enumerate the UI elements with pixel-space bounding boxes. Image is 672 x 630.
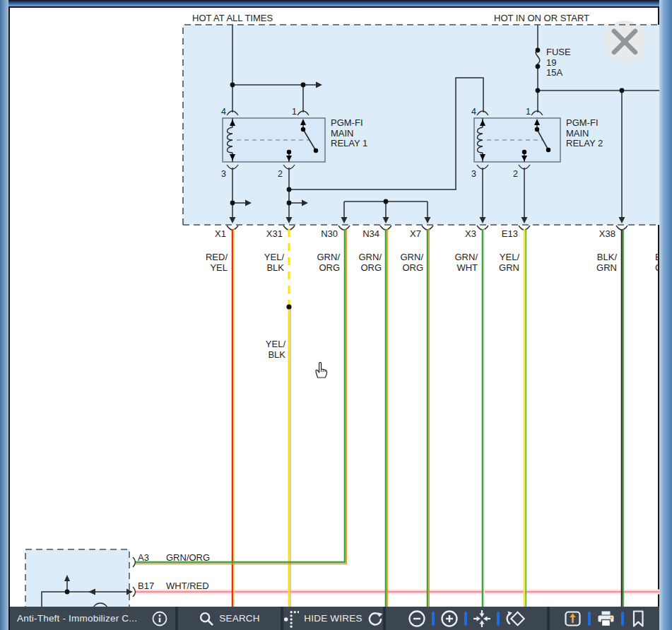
toolbar-blue-divider: [464, 612, 467, 626]
svg-text:X31: X31: [266, 228, 283, 239]
toolbar-blue-divider: [588, 612, 591, 626]
svg-text:G: G: [655, 262, 659, 273]
svg-text:MAIN: MAIN: [566, 128, 589, 139]
wire-n30-a3: [136, 229, 345, 562]
relay1-pin2-label: 2: [278, 169, 283, 179]
window-frame-left: [0, 0, 8, 630]
svg-text:GRN: GRN: [596, 262, 617, 273]
svg-text:BLK/: BLK/: [597, 252, 618, 262]
wiring-diagram: HOT AT ALL TIMES HOT IN ON OR START: [10, 8, 659, 608]
svg-text:GRN/: GRN/: [317, 252, 341, 262]
hot-at-all-times-label: HOT AT ALL TIMES: [192, 13, 273, 23]
svg-text:GRN: GRN: [499, 262, 519, 273]
pin-a3-label: A3: [138, 552, 149, 563]
wire-color-labels: RED/ YEL YEL/ BLK GRN/ ORG GRN/ ORG GRN/…: [206, 252, 659, 360]
svg-text:YEL: YEL: [210, 262, 228, 273]
svg-text:N34: N34: [362, 228, 379, 239]
svg-text:ORG: ORG: [319, 262, 340, 273]
relay1-name: PGM-FI: [331, 117, 363, 128]
splice-dot: [286, 304, 291, 309]
relay2-pin1-label: 1: [526, 107, 531, 117]
svg-text:GRN/: GRN/: [455, 252, 478, 262]
hot-in-on-or-start-label: HOT IN ON OR START: [494, 13, 589, 23]
zoom-out-icon[interactable]: [408, 609, 426, 628]
rotate-view-icon[interactable]: [505, 609, 525, 628]
toolbar-blue-divider: [621, 612, 624, 626]
svg-text:WHT: WHT: [456, 262, 478, 273]
pin-b17-label: B17: [138, 581, 154, 591]
svg-text:E13: E13: [502, 228, 518, 239]
search-button[interactable]: SEARCH: [178, 607, 281, 630]
svg-text:RELAY 2: RELAY 2: [566, 138, 603, 148]
mouse-cursor: [316, 362, 327, 378]
diagram-viewport: HOT AT ALL TIMES HOT IN ON OR START: [8, 6, 659, 630]
svg-text:RED/: RED/: [206, 252, 228, 262]
svg-text:X3: X3: [465, 228, 476, 239]
x31-mid-label: YEL/: [266, 339, 286, 349]
svg-text:GRN/: GRN/: [401, 252, 424, 262]
toolbar-blue-divider: [497, 612, 500, 626]
search-icon: [199, 611, 214, 626]
immobilizer-component: A3 GRN/ORG B17 WHT/RED: [25, 549, 210, 608]
fit-screen-icon[interactable]: [473, 609, 491, 628]
diagram-title[interactable]: Anti-Theft - Immobilizer C...: [17, 613, 137, 624]
svg-text:YEL/: YEL/: [264, 252, 285, 262]
svg-text:RELAY 1: RELAY 1: [331, 138, 367, 148]
toolbar-blue-divider: [432, 612, 435, 626]
zoom-controls: [386, 607, 547, 630]
hide-wires-label: HIDE WIRES: [304, 613, 362, 624]
svg-text:X1: X1: [215, 228, 226, 239]
svg-text:15A: 15A: [546, 67, 562, 78]
relay2-pin2-label: 2: [513, 169, 518, 179]
svg-text:ORG: ORG: [402, 262, 423, 273]
svg-text:MAIN: MAIN: [331, 128, 354, 139]
diagram-title-section[interactable]: Anti-Theft - Immobilizer C...: [10, 607, 175, 630]
pin-b17-color: WHT/RED: [166, 581, 209, 591]
hide-wires-button[interactable]: HIDE WIRES: [283, 607, 383, 630]
relay1-pin1-label: 1: [292, 107, 297, 117]
svg-text:X38: X38: [599, 228, 615, 239]
pin-a3-color: GRN/ORG: [166, 552, 210, 563]
svg-text:N30: N30: [321, 228, 338, 239]
window-frame-right: [659, 0, 672, 630]
refresh-icon[interactable]: [367, 610, 383, 627]
clipped-wire-label: B: [655, 252, 659, 262]
svg-text:BLK: BLK: [266, 262, 284, 273]
relay1-pin3-label: 3: [221, 169, 226, 179]
print-icon[interactable]: [596, 609, 615, 628]
svg-text:ORG: ORG: [360, 262, 382, 273]
bottom-toolbar: Anti-Theft - Immobilizer C... SEARCH: [10, 607, 659, 630]
relay2-name: PGM-FI: [566, 117, 599, 128]
relay2-pin4-label: 4: [471, 107, 476, 117]
svg-text:FUSE: FUSE: [546, 47, 571, 57]
zoom-in-icon[interactable]: [440, 609, 459, 628]
svg-text:GRN/: GRN/: [359, 252, 382, 262]
bookmark-icon[interactable]: [630, 609, 647, 628]
hide-wires-icon: [283, 609, 299, 628]
export-controls: [550, 607, 659, 630]
wires: [136, 229, 623, 608]
svg-text:BLK: BLK: [268, 349, 285, 360]
window-frame-top: [0, 0, 672, 6]
export-icon[interactable]: [563, 609, 582, 628]
relay1-pin4-label: 4: [221, 107, 226, 117]
info-icon[interactable]: [151, 610, 168, 627]
app-window: HOT AT ALL TIMES HOT IN ON OR START: [0, 0, 672, 630]
search-label: SEARCH: [219, 613, 259, 624]
svg-text:YEL/: YEL/: [500, 252, 520, 262]
relay2-pin3-label: 3: [471, 169, 476, 179]
svg-text:19: 19: [546, 57, 556, 68]
svg-text:X7: X7: [410, 228, 421, 239]
connector-id-labels: X1 X31 N30 N34 X7 X3 E13 X38: [215, 228, 615, 239]
